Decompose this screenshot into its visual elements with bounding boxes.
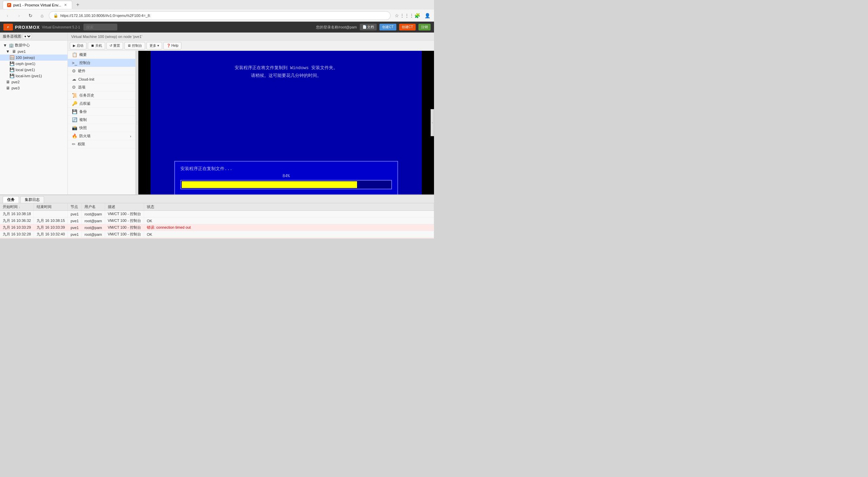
px-header: P PROXMOX Virtual Environment 5.2-1 您的登录… <box>0 22 434 33</box>
vm-option-notes[interactable]: ✏ 权限 <box>68 140 135 148</box>
resize-handle[interactable] <box>136 51 138 194</box>
bottom-content: 开始时间 ↓ 结束时间 节点 用户名 描述 状态 九月 16 10:38:18p… <box>0 203 434 239</box>
col-desc[interactable]: 描述 <box>105 203 144 211</box>
nav-bar: ‹ › ↻ ⌂ 🔒 https://172.16.100.10:8006/#v1… <box>0 9 434 22</box>
collapse-icon: ▼ <box>3 43 7 48</box>
home-button[interactable]: ⌂ <box>37 11 47 20</box>
log-cell-status-0 <box>144 211 434 217</box>
cloud-icon: ☁ <box>72 77 76 82</box>
sidebar-item-local-lvm[interactable]: 💾 local-lvm (pve1) <box>0 73 67 79</box>
col-start-time[interactable]: 开始时间 ↓ <box>0 203 34 211</box>
vm-option-hardware[interactable]: ⚙ 硬件 <box>68 67 135 75</box>
vm-option-console[interactable]: >_ 控制台 <box>68 59 135 67</box>
log-cell-desc-1: VM/CT 100 - 控制台 <box>105 217 144 224</box>
main-panel: Virtual Machine 100 (winxp) on node 'pve… <box>68 33 434 194</box>
console-label: 控制台 <box>132 43 142 48</box>
log-row-1: 九月 16 10:36:32九月 16 10:38:15pve1root@pam… <box>0 217 434 224</box>
col-status[interactable]: 状态 <box>144 203 434 211</box>
storage-icon: 💾 <box>9 67 14 72</box>
sidebar-item-vm100[interactable]: 🪟 100 (winxp) <box>0 55 67 61</box>
back-button[interactable]: ‹ <box>3 11 12 20</box>
log-cell-node-1: pve1 <box>68 217 82 224</box>
sidebar-item-ceph[interactable]: 💾 ceph (pve1) <box>0 61 67 67</box>
user-label: 您的登录名称/root@pam <box>316 25 357 30</box>
log-cell-start-4: 九月 16 10:29:44 <box>0 238 34 239</box>
log-cell-end-0 <box>34 211 68 217</box>
url-bar[interactable]: 🔒 https://172.16.100.10:8006/#v1:0=qemu%… <box>49 11 391 20</box>
logout-button[interactable]: 注销 <box>418 24 431 30</box>
tab-tasks[interactable]: 任务 <box>3 196 19 203</box>
create-vm-button[interactable]: 创建CT <box>399 24 416 30</box>
start-button[interactable]: ▶ 启动 <box>70 42 86 49</box>
lock-icon: 🔒 <box>53 13 58 18</box>
log-cell-start-1: 九月 16 10:36:32 <box>0 217 34 224</box>
vm-option-options[interactable]: ⚙ 选项 <box>68 83 135 91</box>
options-label: 选项 <box>78 85 85 90</box>
px-logo-sub: Virtual Environment 5.2-1 <box>42 25 80 29</box>
sidebar-item-pve3[interactable]: 🖥 pve3 <box>0 85 67 91</box>
log-cell-start-2: 九月 16 10:33:29 <box>0 224 34 231</box>
view-selector[interactable]: ▾ <box>23 34 32 39</box>
sidebar-item-pve2[interactable]: 🖥 pve2 <box>0 79 67 85</box>
vm-option-permissions[interactable]: 🔑 点权鉴 <box>68 100 135 108</box>
pve3-label: pve3 <box>12 86 65 90</box>
sidebar-item-pve1[interactable]: ▼ 🖥 pve1 <box>0 48 67 55</box>
active-tab[interactable]: P pve1 - Proxmox Virtual Env... ✕ <box>3 1 72 9</box>
menu-button[interactable]: ⋮⋮⋮ <box>403 12 411 20</box>
wx-body-line1: 安装程序正在将文件复制到 Windows 安装文件夹。 <box>157 64 415 72</box>
tab-title: pve1 - Proxmox Virtual Env... <box>13 3 61 7</box>
storage-icon: 💾 <box>9 74 14 78</box>
wx-progress-track <box>180 180 392 189</box>
new-tab-button[interactable]: + <box>74 1 82 9</box>
vm-option-replication[interactable]: 🔄 複制 <box>68 116 135 124</box>
wx-progress-area: 安装程序正在复制文件... 84% <box>174 161 398 194</box>
log-cell-status-1: OK <box>144 217 434 224</box>
col-end-time[interactable]: 结束时间 <box>34 203 68 211</box>
reload-button[interactable]: ↻ <box>26 11 35 20</box>
profile-button[interactable]: 👤 <box>423 12 431 20</box>
sidebar-item-local[interactable]: 💾 local (pve1) <box>0 67 67 73</box>
help-label: ❓ Help <box>166 44 178 47</box>
log-cell-desc-3: VM/CT 100 - 控制台 <box>105 231 144 238</box>
main-layout: P PROXMOX Virtual Environment 5.2-1 您的登录… <box>0 22 434 239</box>
vm-option-snapshots[interactable]: 📸 快照 <box>68 124 135 132</box>
create-ct-button[interactable]: 创建CT <box>379 24 396 30</box>
collapse-handle[interactable]: ‹ <box>431 109 434 136</box>
col-node[interactable]: 节点 <box>68 203 82 211</box>
log-cell-user-1: root@pam <box>82 217 105 224</box>
split-view: 📋 概要 >_ 控制台 ⚙ 硬件 ☁ Cloud-Init <box>68 51 434 194</box>
hardware-label: 硬件 <box>78 68 85 74</box>
vm-option-firewall[interactable]: 🔥 防火墙 › <box>68 132 135 140</box>
vm-option-task-history[interactable]: 📜 任务历史 <box>68 91 135 100</box>
log-cell-end-3: 九月 16 10:32:40 <box>34 231 68 238</box>
reset-button[interactable]: ↺ 重置 <box>106 42 123 49</box>
console-area[interactable]: Windows XP Professional 安装程序 安装程序正在将文件复制… <box>138 51 434 194</box>
tab-close-button[interactable]: ✕ <box>63 3 68 7</box>
forward-button[interactable]: › <box>14 11 24 20</box>
more-button[interactable]: 更多 ▾ <box>146 42 162 49</box>
sidebar-item-datacenter[interactable]: ▼ 🏢 数据中心 <box>0 42 67 48</box>
tab-cluster-log[interactable]: 集群日志 <box>20 196 44 203</box>
search-input[interactable] <box>83 24 117 30</box>
px-logo: P PROXMOX Virtual Environment 5.2-1 <box>3 24 80 30</box>
wx-body: 安装程序正在将文件复制到 Windows 安装文件夹。 请稍候。这可能要花几分钟… <box>151 61 422 83</box>
vm-options-panel: 📋 概要 >_ 控制台 ⚙ 硬件 ☁ Cloud-Init <box>68 51 136 194</box>
log-cell-node-2: pve1 <box>68 224 82 231</box>
log-cell-desc-2: VM/CT 100 - 控制台 <box>105 224 144 231</box>
notes-label: 权限 <box>78 142 85 147</box>
log-cell-start-0: 九月 16 10:38:18 <box>0 211 34 217</box>
help-button[interactable]: ❓ Help <box>163 42 181 49</box>
extensions-button[interactable]: 🧩 <box>413 12 421 20</box>
permissions-label: 点权鉴 <box>79 101 91 106</box>
firewall-arrow: › <box>130 134 131 138</box>
vm-option-summary[interactable]: 📋 概要 <box>68 51 135 59</box>
server-icon: 🖥 <box>12 49 16 54</box>
shutdown-button[interactable]: ⏹ 关机 <box>88 42 105 49</box>
console-button[interactable]: 🖥 控制台 <box>124 42 145 49</box>
documentation-button[interactable]: 📄 文档 <box>360 24 377 30</box>
content-area: 服务器视图 ▾ ▼ 🏢 数据中心 ▼ 🖥 pve1 🪟 <box>0 33 434 194</box>
col-user[interactable]: 用户名 <box>82 203 105 211</box>
vm-option-cloud-init[interactable]: ☁ Cloud-Init <box>68 75 135 83</box>
sidebar-tree: ▼ 🏢 数据中心 ▼ 🖥 pve1 🪟 100 (winxp) 💾 <box>0 41 67 92</box>
vm-option-backup[interactable]: 💾 备份 <box>68 108 135 116</box>
